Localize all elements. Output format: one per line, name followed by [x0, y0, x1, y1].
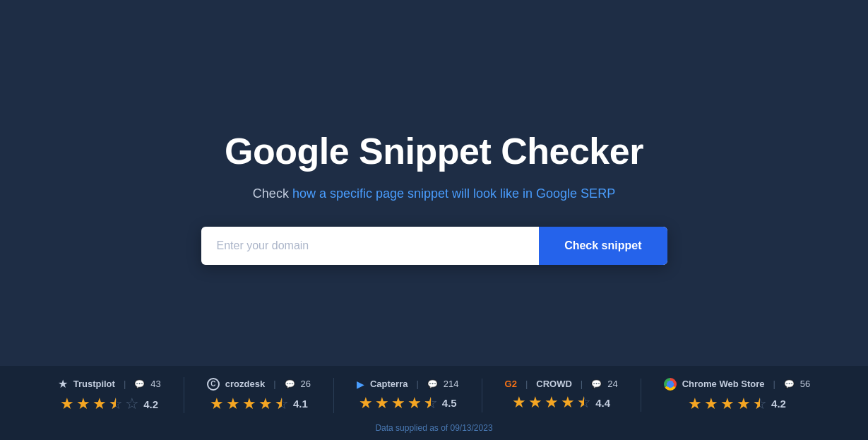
- star-2: ★: [704, 395, 718, 413]
- crowd-brand: CROWD: [536, 379, 572, 389]
- separator: |: [581, 379, 583, 389]
- star-3: ★: [242, 395, 256, 413]
- comment-icon: 💬: [591, 379, 602, 389]
- capterra-stars: ★ ★ ★ ★ ☆ 4.5: [359, 394, 457, 412]
- subtitle-plain: Check: [253, 186, 292, 201]
- rating-crozdesk: C crozdesk | 💬 26 ★ ★ ★ ★ ☆ 4.1: [184, 378, 334, 413]
- star-4: ★: [258, 395, 273, 413]
- chrome-stars: ★ ★ ★ ★ ☆ 4.2: [688, 395, 786, 413]
- rating-trustpilot: ★ Trustpilot | 💬 43 ★ ★ ★ ☆ ☆ 4.2: [35, 377, 184, 413]
- domain-input[interactable]: [201, 227, 540, 265]
- star-1: ★: [512, 393, 526, 412]
- title-text: Google Snippet Checker: [225, 131, 643, 172]
- crowd-header: G2 | CROWD | 💬 24: [505, 379, 618, 389]
- capterra-header: ▶ Capterra | 💬 214: [357, 379, 459, 390]
- star-4: ★: [561, 393, 575, 412]
- chrome-score: 4.2: [771, 398, 786, 410]
- trustpilot-count: 43: [150, 379, 160, 389]
- crozdesk-score: 4.1: [293, 398, 308, 410]
- star-half: ☆: [109, 395, 123, 413]
- star-half: ☆: [424, 394, 438, 412]
- crowd-icon: G2: [505, 379, 517, 389]
- ratings-bar: ★ Trustpilot | 💬 43 ★ ★ ★ ☆ ☆ 4.2 C croz…: [0, 366, 868, 440]
- star-2: ★: [528, 393, 542, 412]
- star-2: ★: [226, 395, 240, 413]
- page-title: Google Snippet Checker: [225, 130, 643, 172]
- hero-section: Google Snippet Checker Check how a speci…: [0, 0, 868, 366]
- rating-crowd: G2 | CROWD | 💬 24 ★ ★ ★ ★ ☆ 4.4: [482, 379, 641, 412]
- data-note: Data supplied as of 09/13/2023: [375, 423, 492, 440]
- star-4: ★: [408, 394, 422, 412]
- trustpilot-stars: ★ ★ ★ ☆ ☆ 4.2: [60, 395, 158, 413]
- comment-icon: 💬: [285, 379, 295, 389]
- search-bar: Check snippet: [201, 227, 667, 265]
- crowd-score: 4.4: [595, 397, 610, 409]
- chrome-count: 56: [800, 379, 810, 389]
- comment-icon: 💬: [427, 379, 438, 389]
- ratings-row: ★ Trustpilot | 💬 43 ★ ★ ★ ☆ ☆ 4.2 C croz…: [0, 377, 868, 423]
- star-1: ★: [688, 395, 702, 413]
- trustpilot-score: 4.2: [143, 398, 158, 410]
- chrome-header: Chrome Web Store | 💬 56: [664, 378, 811, 391]
- separator: |: [773, 379, 775, 389]
- crozdesk-header: C crozdesk | 💬 26: [207, 378, 311, 391]
- star-1: ★: [359, 394, 373, 412]
- star-3: ★: [391, 394, 405, 412]
- crozdesk-icon: C: [207, 378, 220, 391]
- star-3: ★: [720, 395, 735, 413]
- separator: |: [124, 379, 126, 389]
- star-2: ★: [375, 394, 389, 412]
- capterra-score: 4.5: [442, 397, 457, 409]
- capterra-icon: ▶: [357, 379, 364, 390]
- star-4: ★: [737, 395, 751, 413]
- star-half: ☆: [753, 395, 767, 413]
- separator: |: [525, 379, 528, 389]
- trustpilot-brand: Trustpilot: [73, 379, 115, 389]
- crowd-count: 24: [607, 379, 617, 389]
- trustpilot-icon: ★: [58, 377, 68, 391]
- chrome-brand: Chrome Web Store: [682, 379, 765, 389]
- comment-icon: 💬: [134, 379, 145, 389]
- subtitle: Check how a specific page snippet will l…: [253, 186, 615, 201]
- capterra-count: 214: [444, 379, 459, 389]
- subtitle-link[interactable]: how a specific page snippet will look li…: [292, 186, 615, 201]
- crozdesk-count: 26: [301, 379, 311, 389]
- crowd-stars: ★ ★ ★ ★ ☆ 4.4: [512, 393, 610, 412]
- separator: |: [416, 379, 418, 389]
- trustpilot-header: ★ Trustpilot | 💬 43: [58, 377, 161, 391]
- star-empty: ☆: [125, 395, 139, 413]
- star-3: ★: [545, 393, 559, 412]
- rating-capterra: ▶ Capterra | 💬 214 ★ ★ ★ ★ ☆ 4.5: [334, 379, 482, 412]
- star-half: ☆: [577, 393, 591, 412]
- star-half: ☆: [275, 395, 289, 413]
- star-1: ★: [210, 395, 224, 413]
- capterra-brand: Capterra: [370, 379, 408, 389]
- crozdesk-stars: ★ ★ ★ ★ ☆ 4.1: [210, 395, 308, 413]
- check-snippet-button[interactable]: Check snippet: [539, 227, 667, 265]
- comment-icon: 💬: [784, 379, 795, 389]
- rating-chrome: Chrome Web Store | 💬 56 ★ ★ ★ ★ ☆ 4.2: [641, 378, 833, 413]
- separator: |: [273, 379, 275, 389]
- chrome-icon: [664, 378, 677, 391]
- star-1: ★: [60, 395, 74, 413]
- star-2: ★: [76, 395, 90, 413]
- crozdesk-brand: crozdesk: [225, 379, 265, 389]
- star-3: ★: [93, 395, 107, 413]
